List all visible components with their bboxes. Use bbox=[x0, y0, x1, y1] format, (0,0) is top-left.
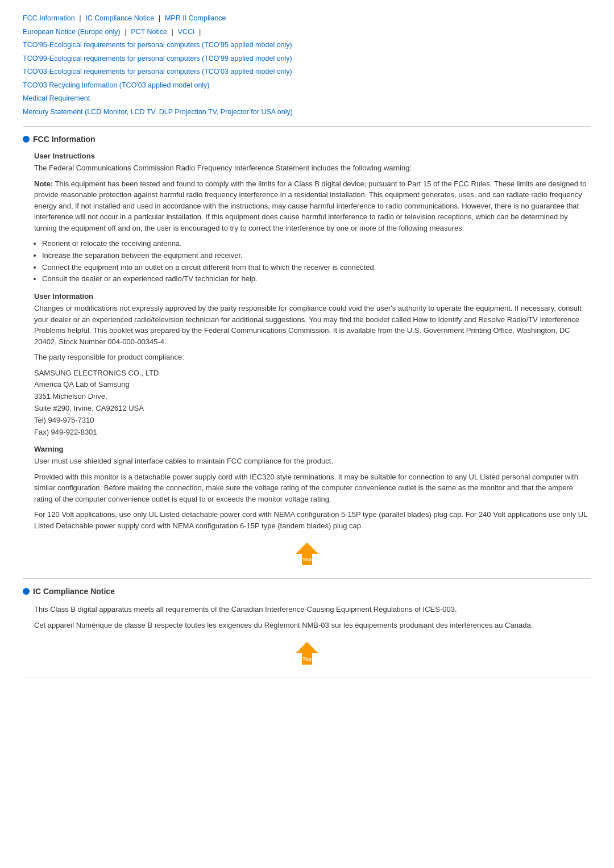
ic-section: IC Compliance Notice This Class B digita… bbox=[23, 587, 591, 669]
nav-tco99[interactable]: TCO'99-Ecological requirements for perso… bbox=[23, 55, 292, 62]
ic-bullet-icon bbox=[23, 588, 30, 595]
fcc-top-button[interactable]: Top bbox=[293, 540, 321, 569]
warning-heading: Warning bbox=[34, 445, 591, 453]
ic-para2: Cet appareil Numérique de classe B respe… bbox=[34, 620, 591, 631]
user-information-heading: User Information bbox=[34, 292, 591, 301]
fcc-section-title: FCC Information bbox=[23, 135, 591, 144]
nav-ic[interactable]: IC Compliance Notice bbox=[85, 14, 154, 22]
company-info: SAMSUNG ELECTRONICS CO., LTD America QA … bbox=[34, 368, 591, 439]
measure-2: Increase the separation between the equi… bbox=[42, 250, 591, 262]
warning-para3: For 120 Volt applications, use only UL L… bbox=[34, 509, 591, 531]
user-information-subsection: User Information Changes or modification… bbox=[34, 292, 591, 438]
note-bold: Note: bbox=[34, 180, 53, 188]
user-info-para1: Changes or modifications not expressly a… bbox=[34, 303, 591, 347]
svg-text:Top: Top bbox=[302, 557, 312, 562]
bottom-divider bbox=[23, 678, 591, 678]
ic-content: This Class B digital apparatus meets all… bbox=[34, 604, 591, 631]
nav-divider bbox=[23, 126, 591, 127]
nav-mercury[interactable]: Mercury Statement (LCD Monitor, LCD TV, … bbox=[23, 108, 293, 116]
ic-top-icon: Top bbox=[293, 640, 321, 667]
warning-subsection: Warning User must use shielded signal in… bbox=[34, 445, 591, 531]
nav-european[interactable]: European Notice (Europe only) bbox=[23, 28, 121, 36]
ic-para1: This Class B digital apparatus meets all… bbox=[34, 604, 591, 615]
svg-text:Top: Top bbox=[302, 656, 312, 662]
user-instructions-heading: User Instructions bbox=[34, 152, 591, 160]
nav-fcc[interactable]: FCC Information bbox=[23, 14, 75, 22]
user-instructions-subsection: User Instructions The Federal Communicat… bbox=[34, 152, 591, 285]
fcc-title-text: FCC Information bbox=[33, 135, 96, 144]
nav-tco03[interactable]: TCO'03-Ecological requirements for perso… bbox=[23, 68, 292, 76]
ic-top-button[interactable]: Top bbox=[293, 640, 321, 669]
fcc-top-button-container: Top bbox=[23, 540, 591, 569]
user-instructions-para1: The Federal Communications Commission Ra… bbox=[34, 162, 591, 174]
top-icon: Top bbox=[293, 540, 321, 567]
ic-title-text: IC Compliance Notice bbox=[33, 587, 115, 596]
nav-medical[interactable]: Medical Requirement bbox=[23, 94, 90, 102]
nav-mpr[interactable]: MPR II Compliance bbox=[165, 14, 226, 22]
measure-4: Consult the dealer or an experienced rad… bbox=[42, 273, 591, 285]
ic-top-button-container: Top bbox=[23, 640, 591, 669]
warning-para1: User must use shielded signal interface … bbox=[34, 456, 591, 467]
ic-section-title: IC Compliance Notice bbox=[23, 587, 591, 596]
navigation-links: FCC Information | IC Compliance Notice |… bbox=[23, 11, 591, 118]
user-instructions-para2: Note: This equipment has been tested and… bbox=[34, 178, 591, 234]
user-info-para2: The party responsible for product compli… bbox=[34, 352, 591, 363]
fcc-ic-divider bbox=[23, 578, 591, 579]
measure-1: Reorient or relocate the receiving anten… bbox=[42, 238, 591, 250]
nav-pct[interactable]: PCT Notice bbox=[131, 28, 167, 36]
note-text: This equipment has been tested and found… bbox=[34, 180, 586, 232]
nav-vcci[interactable]: VCCI bbox=[178, 28, 195, 36]
nav-tco95[interactable]: TCO'95-Ecological requirements for perso… bbox=[23, 41, 292, 49]
measures-list: Reorient or relocate the receiving anten… bbox=[42, 238, 591, 285]
fcc-bullet-icon bbox=[23, 136, 30, 143]
warning-para2: Provided with this monitor is a detachab… bbox=[34, 471, 591, 505]
measure-3: Connect the equipment into an outlet on … bbox=[42, 262, 591, 274]
fcc-section: FCC Information User Instructions The Fe… bbox=[23, 135, 591, 569]
nav-tco03r[interactable]: TCO'03 Recycling Information (TCO'03 app… bbox=[23, 81, 210, 89]
